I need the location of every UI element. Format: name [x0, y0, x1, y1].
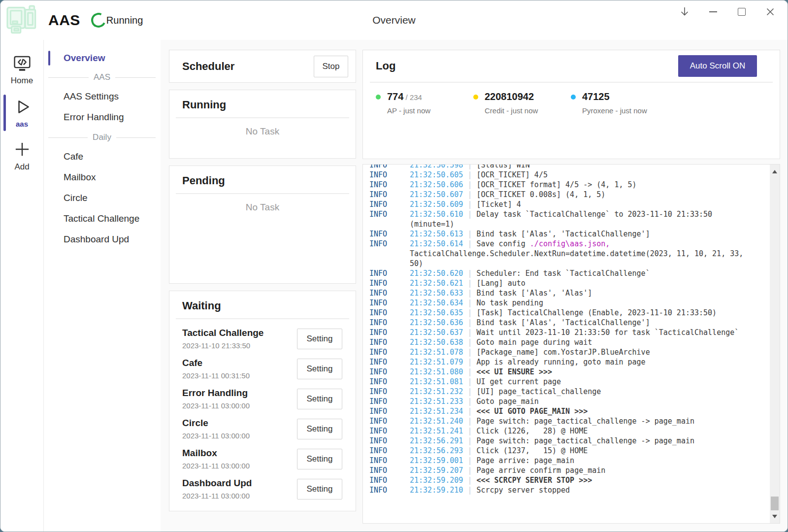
app-window: AAS Running Overview: [0, 0, 788, 532]
log-line: INFO21:32:50.633 | Bind task ['Alas', 'A…: [369, 288, 770, 298]
code-monitor-icon: [12, 53, 33, 73]
waiting-task-row: Dashboard Upd2023-11-11 03:00:00Setting: [169, 474, 356, 504]
setting-button[interactable]: Setting: [297, 449, 342, 469]
waiting-task-info: Dashboard Upd2023-11-11 03:00:00: [182, 478, 252, 500]
log-entry-text: 21:32:59.001 | Page arrive: page_main: [410, 456, 574, 466]
log-content: INFO21:32:50.598 | [Status] WININFO21:32…: [369, 165, 770, 495]
log-entry-text: 21:32:59.209 | <<< SCRCPY SERVER STOP >>…: [410, 475, 592, 485]
log-timestamp: 21:32:50.605: [410, 170, 463, 179]
scrollbar-down-button[interactable]: [770, 512, 780, 520]
sidebar-item-tactical-challenge[interactable]: Tactical Challenge: [44, 208, 161, 229]
log-entry-text: 21:32:51.233 | Goto page_main: [410, 397, 539, 406]
setting-button[interactable]: Setting: [297, 389, 342, 409]
task-name: Dashboard Upd: [182, 478, 252, 489]
log-timestamp: 21:32:59.209: [410, 476, 463, 485]
log-separator: |: [463, 476, 476, 485]
log-scrollbar[interactable]: [770, 165, 780, 523]
log-line: INFO21:32:51.233 | Goto page_main: [369, 397, 770, 406]
log-line: INFO21:32:51.081 | UI get current page: [369, 377, 770, 387]
setting-button[interactable]: Setting: [297, 419, 342, 439]
close-button[interactable]: [765, 6, 776, 17]
log-level: INFO: [369, 357, 410, 367]
stat-value-row: 220810942: [485, 91, 538, 102]
log-separator: |: [463, 318, 476, 327]
task-name: Error Handling: [182, 388, 250, 399]
scrollbar-thumb[interactable]: [771, 497, 779, 510]
play-icon: [12, 97, 33, 117]
rail-item-label: aas: [16, 120, 28, 128]
task-name: Tactical Challenge: [182, 328, 263, 338]
log-separator: |: [463, 446, 476, 455]
log-entry-text: 21:32:56.293 | Click (1237, 15) @ HOME: [410, 446, 588, 456]
scheduler-column: Scheduler Stop Running No Task Pending N…: [169, 50, 356, 532]
log-line: INFO21:32:59.207 | Page arrive confirm p…: [369, 466, 770, 475]
log-entry-text: 21:32:51.234 | <<< UI GOTO PAGE_MAIN >>>: [410, 406, 588, 416]
active-indicator-bar: [3, 95, 6, 131]
log-level: INFO: [369, 337, 410, 347]
scrollbar-up-button[interactable]: [770, 167, 780, 175]
log-entry-text: 21:32:51.241 | Click (1226, 28) @ HOME: [410, 426, 588, 436]
log-message: [Ticket] 4: [476, 200, 521, 209]
log-separator: |: [463, 230, 476, 238]
stat-body: 774 / 234AP - just now: [387, 91, 430, 115]
log-entry-text: 21:32:50.620 | Scheduler: End task `Tact…: [410, 268, 650, 278]
log-level: INFO: [369, 180, 410, 190]
log-scroll-area[interactable]: INFO21:32:50.598 | [Status] WININFO21:32…: [363, 165, 770, 523]
maximize-button[interactable]: [736, 6, 747, 17]
log-timestamp: 21:32:50.621: [410, 279, 463, 288]
log-entry-text: 21:32:50.613 | Bind task ['Alas', 'Tacti…: [410, 229, 650, 239]
rail-item-aas[interactable]: aas: [0, 92, 43, 134]
stat-dot: [473, 95, 478, 100]
log-stats-row: 774 / 234AP - just now220810942Credit - …: [363, 83, 780, 115]
log-level: INFO: [369, 318, 410, 328]
log-line: INFO21:32:50.598 | [Status] WIN: [369, 165, 770, 170]
running-empty-text: No Task: [169, 126, 356, 137]
setting-button[interactable]: Setting: [297, 359, 342, 379]
sidebar-item-mailbox[interactable]: Mailbox: [44, 167, 161, 188]
log-entry-text: 21:32:50.635 | [Task] TacticalChallenge …: [410, 308, 717, 318]
log-timestamp: 21:32:50.637: [410, 328, 463, 337]
sidebar-item-circle[interactable]: Circle: [44, 188, 161, 208]
setting-button[interactable]: Setting: [297, 329, 342, 349]
log-timestamp: 21:32:51.240: [410, 417, 463, 426]
task-time: 2023-11-11 00:31:50: [182, 371, 250, 380]
log-separator: |: [463, 397, 476, 406]
download-button[interactable]: [679, 6, 690, 17]
log-separator: |: [463, 348, 476, 357]
divider: [176, 117, 349, 118]
log-entry-text: 21:32:50.621 | [Lang] auto: [410, 278, 525, 288]
sidebar-item-aas-settings[interactable]: AAS Settings: [44, 86, 161, 107]
log-line: INFO21:32:50.613 | Bind task ['Alas', 'T…: [369, 229, 770, 239]
log-message: [Task] TacticalChallenge (Enable, 2023-1…: [476, 308, 717, 317]
stat-suffix: / 234: [403, 93, 422, 101]
log-message: No task pending: [476, 299, 543, 307]
auto-scroll-button[interactable]: Auto Scroll ON: [678, 55, 757, 77]
log-timestamp: 21:32:51.078: [410, 348, 463, 357]
log-entry-text: 21:32:50.638 | Goto main page during wai…: [410, 337, 592, 347]
sidebar-item-overview[interactable]: Overview: [44, 51, 161, 66]
log-separator: |: [463, 436, 476, 445]
log-timestamp: 21:32:50.609: [410, 200, 463, 209]
sidebar-item-dashboard-upd[interactable]: Dashboard Upd: [44, 229, 161, 250]
log-level: INFO: [369, 278, 410, 288]
log-entry-text: 21:32:51.079 | App is already running, g…: [410, 357, 646, 367]
stat-body: 47125Pyroxene - just now: [582, 91, 647, 115]
log-line: INFO21:32:51.241 | Click (1226, 28) @ HO…: [369, 426, 770, 436]
log-timestamp: 21:32:50.613: [410, 230, 463, 238]
log-timestamp: 21:32:59.210: [410, 486, 463, 495]
minimize-button[interactable]: [708, 6, 719, 17]
stop-button[interactable]: Stop: [314, 56, 348, 77]
rail-item-add[interactable]: Add: [0, 134, 43, 178]
log-entry-text: 21:32:51.078 | [Package_name] com.Yostar…: [410, 347, 650, 357]
log-separator: |: [463, 387, 476, 396]
log-entry-text: 21:32:59.207 | Page arrive confirm page_…: [410, 466, 605, 475]
waiting-task-info: Mailbox2023-11-11 03:00:00: [182, 448, 250, 470]
log-line: INFO21:32:50.635 | [Task] TacticalChalle…: [369, 308, 770, 318]
log-message: Goto main page during wait: [476, 338, 592, 347]
log-separator: |: [463, 466, 476, 475]
log-separator: |: [463, 269, 476, 278]
sidebar-item-cafe[interactable]: Cafe: [44, 146, 161, 167]
rail-item-home[interactable]: Home: [0, 48, 43, 92]
setting-button[interactable]: Setting: [297, 479, 342, 499]
sidebar-item-error-handling[interactable]: Error Handling: [44, 107, 161, 128]
